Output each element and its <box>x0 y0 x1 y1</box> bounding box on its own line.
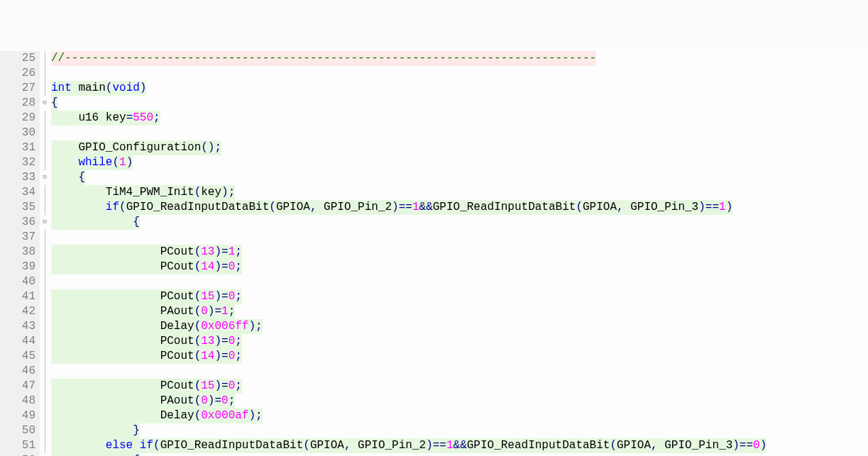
token-number: 0 <box>201 394 208 407</box>
code-line-content: Delay(0x006ff); <box>51 319 263 334</box>
token-punc: ) <box>392 201 399 213</box>
token-keyword: if <box>140 439 153 452</box>
code-line-content: TiM4_PWM_Init(key); <box>51 185 235 200</box>
fold-toggle-icon[interactable]: ⊟ <box>40 96 50 111</box>
token-comment: //--------------------------------------… <box>51 52 596 65</box>
code-line[interactable]: PCout(14)=0; <box>51 349 868 364</box>
code-area[interactable]: //--------------------------------------… <box>50 51 868 456</box>
code-line-content: //--------------------------------------… <box>51 51 596 66</box>
token-punc: ( <box>106 82 113 94</box>
token-punc: , <box>651 439 664 452</box>
fold-toggle-icon[interactable]: ⊟ <box>40 453 50 456</box>
line-number: 32 <box>0 155 35 170</box>
fold-guide <box>40 304 50 319</box>
code-line[interactable]: { <box>51 96 868 111</box>
code-line[interactable]: Delay(0x006ff); <box>51 319 868 334</box>
code-line[interactable]: PCout(14)=0; <box>51 260 868 274</box>
code-line-content: { <box>51 453 140 456</box>
fold-guide <box>40 245 50 260</box>
token-operator: && <box>419 201 433 213</box>
line-number: 48 <box>0 394 35 408</box>
fold-guide <box>40 349 50 364</box>
token-operator: = <box>214 394 221 407</box>
token-punc: ; <box>229 305 236 318</box>
code-line[interactable]: { <box>51 453 868 456</box>
token-plain: GPIO_ReadInputDataBit <box>467 439 610 452</box>
token-operator: = <box>214 305 221 318</box>
token-plain <box>133 439 140 452</box>
token-punc: ; <box>235 350 242 362</box>
token-plain: u16 key <box>51 111 126 124</box>
code-line[interactable]: int main(void) <box>51 81 868 96</box>
token-plain: PAout <box>51 305 194 318</box>
code-line-content: { <box>51 170 85 185</box>
code-line[interactable]: PCout(15)=0; <box>51 379 868 394</box>
code-line[interactable]: //--------------------------------------… <box>51 51 868 66</box>
code-line[interactable]: if(GPIO_ReadInputDataBit(GPIOA, GPIO_Pin… <box>51 200 868 215</box>
line-number: 31 <box>0 140 35 155</box>
token-plain: GPIO_ReadInputDataBit <box>126 201 270 213</box>
fold-guide <box>40 394 50 408</box>
token-punc: ( <box>303 439 310 452</box>
fold-guide <box>40 230 50 245</box>
token-plain: GPIOA <box>310 439 344 452</box>
token-punc: { <box>51 171 85 184</box>
token-plain: GPIOA <box>583 201 617 213</box>
code-line[interactable]: PAout(0)=1; <box>51 304 868 319</box>
code-line[interactable] <box>51 274 868 289</box>
code-line-content: PAout(0)=1; <box>51 304 235 319</box>
code-line[interactable]: PCout(15)=0; <box>51 289 868 304</box>
code-line[interactable]: while(1) <box>51 155 868 170</box>
token-punc: { <box>51 216 140 228</box>
token-number: 14 <box>201 350 214 362</box>
code-line[interactable]: PAout(0)=0; <box>51 394 868 408</box>
fold-guide <box>40 51 50 66</box>
line-number: 49 <box>0 408 35 423</box>
code-line[interactable]: GPIO_Configuration(); <box>51 140 868 155</box>
token-plain: GPIO_Pin_3 <box>630 201 698 213</box>
code-line[interactable]: TiM4_PWM_Init(key); <box>51 185 868 200</box>
line-number: 45 <box>0 349 35 364</box>
token-punc: ( <box>576 201 583 213</box>
token-punc: } <box>51 424 140 437</box>
code-line[interactable]: { <box>51 215 868 230</box>
code-line[interactable] <box>51 66 868 81</box>
token-number: 0 <box>229 260 236 273</box>
token-plain: GPIO_Pin_2 <box>358 439 426 452</box>
fold-toggle-icon[interactable]: ⊟ <box>40 170 50 185</box>
token-punc: , <box>344 439 358 452</box>
code-editor: 2526272829303132333435363738394041424344… <box>0 51 868 456</box>
token-punc: ; <box>235 260 242 273</box>
code-line[interactable]: } <box>51 423 868 438</box>
token-punc: ) <box>214 260 221 273</box>
code-line[interactable]: u16 key=550; <box>51 111 868 126</box>
fold-toggle-icon[interactable]: ⊟ <box>40 215 50 230</box>
code-line[interactable]: else if(GPIO_ReadInputDataBit(GPIOA, GPI… <box>51 438 868 453</box>
token-punc: ; <box>235 290 242 303</box>
line-number: 30 <box>0 126 35 140</box>
token-punc: , <box>617 201 630 213</box>
fold-guide <box>40 155 50 170</box>
line-number: 38 <box>0 245 35 260</box>
token-plain: GPIO_ReadInputDataBit <box>160 439 304 452</box>
code-line[interactable]: { <box>51 170 868 185</box>
line-number-gutter: 2526272829303132333435363738394041424344… <box>0 51 40 456</box>
token-punc: ( <box>112 156 119 169</box>
line-number: 42 <box>0 304 35 319</box>
code-line[interactable]: PCout(13)=0; <box>51 334 868 349</box>
code-line-content: PCout(14)=0; <box>51 349 242 364</box>
code-line[interactable] <box>51 364 868 379</box>
code-line[interactable] <box>51 126 868 140</box>
token-number: 550 <box>133 111 153 124</box>
token-operator: = <box>221 260 229 273</box>
token-operator: = <box>221 379 229 392</box>
token-keyword: while <box>78 156 112 169</box>
fold-guide <box>40 185 50 200</box>
code-line[interactable]: PCout(13)=1; <box>51 245 868 260</box>
code-line[interactable] <box>51 230 868 245</box>
token-punc: ) <box>726 201 733 213</box>
code-line[interactable]: Delay(0x000af); <box>51 408 868 423</box>
token-type: int <box>51 82 72 94</box>
line-number: 40 <box>0 274 35 289</box>
token-punc: ( <box>194 335 202 347</box>
